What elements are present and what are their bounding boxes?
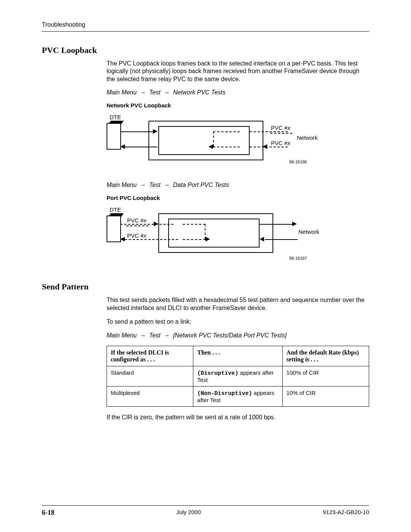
col-head-then: Then . . .: [193, 346, 282, 366]
para-send-pattern-2: To send a pattern test on a link:: [107, 318, 369, 326]
cell-then: (Non-Disruptive) appears after Test: [193, 386, 282, 406]
table-row: Standard (Disruptive) appears after Test…: [107, 366, 369, 386]
nav-seg: Test: [149, 332, 161, 339]
page-footer: 6-18 July 2000 9123-A2-GB20-10: [42, 505, 369, 517]
arrow-icon: →: [139, 182, 148, 188]
dte-box: [107, 216, 121, 242]
label-pvc-bot: PVC #x: [271, 140, 290, 146]
dte-box: [107, 123, 121, 150]
arrow-icon: →: [139, 332, 148, 339]
diagram-network-pvc-loopback: DTE PVC #x Network: [107, 114, 320, 171]
col-head-dlci: If the selected DLCI is configured as . …: [107, 346, 193, 366]
nav-seg: Data Port PVC Tests: [173, 182, 229, 188]
arrow-icon: →: [162, 182, 171, 188]
nav-path-network-pvc: Main Menu → Test → Network PVC Tests: [107, 89, 369, 96]
cell-dlci: Multiplexed: [107, 386, 193, 406]
arrow-left-icon: [263, 144, 267, 149]
arrow-right-icon: [292, 222, 297, 226]
arrow-right-icon: [154, 222, 158, 226]
label-network: Network: [297, 134, 318, 141]
running-head: Troubleshooting: [42, 21, 369, 28]
para-send-pattern-1: This test sends packets filled with a he…: [107, 296, 369, 312]
nav-seg: Test: [149, 89, 161, 96]
label-network: Network: [298, 228, 319, 235]
label-pvc-top: PVC #x: [271, 125, 290, 131]
device-inner-box: [168, 219, 260, 248]
arrow-left-icon: [120, 237, 125, 241]
label-pvc-top: PVC #x: [127, 217, 147, 224]
label-dte: DTE: [110, 206, 121, 213]
arrow-right-icon: [153, 129, 158, 134]
nav-seg: Main Menu: [107, 182, 137, 188]
nav-seg: Main Menu: [107, 332, 137, 339]
cell-rate: 10% of CIR: [282, 386, 369, 406]
nav-path-data-port-pvc: Main Menu → Test → Data Port PVC Tests: [107, 182, 369, 189]
label-dte: DTE: [110, 114, 121, 120]
figure-code: 98-16187: [289, 256, 307, 260]
footer-date: July 2000: [177, 509, 201, 517]
heading-pvc-loopback: PVC Loopback: [42, 45, 369, 55]
nav-seg: [Network PVC Tests/Data Port PVC Tests]: [173, 332, 287, 339]
arrow-left-icon: [209, 144, 213, 149]
page-number: 6-18: [42, 509, 54, 517]
arrow-icon: →: [162, 89, 171, 96]
nav-seg: Main Menu: [107, 89, 137, 96]
cell-dlci: Standard: [107, 366, 193, 386]
table-row: Multiplexed (Non-Disruptive) appears aft…: [107, 386, 369, 406]
header-rule: [42, 31, 369, 32]
nav-path-send-pattern: Main Menu → Test → [Network PVC Tests/Da…: [107, 332, 369, 339]
nav-seg: Network PVC Tests: [173, 89, 226, 96]
footer-doc-id: 9123-A2-GB20-10: [323, 509, 369, 517]
figure-title-port-pvc-loopback: Port PVC Loopback: [107, 195, 369, 201]
col-head-rate: And the default Rate (kbps) setting is .…: [282, 346, 369, 366]
table-header-row: If the selected DLCI is configured as . …: [107, 346, 369, 366]
arrow-icon: →: [162, 332, 171, 339]
footer-rule: [42, 505, 369, 506]
arrow-icon: →: [139, 89, 148, 96]
diagram-port-pvc-loopback: DTE PVC #x PVC #x: [107, 206, 320, 264]
arrow-left-icon: [120, 144, 125, 149]
heading-send-pattern: Send Pattern: [42, 282, 369, 292]
label-pvc-bot: PVC #x: [127, 232, 147, 239]
arrow-right-icon: [206, 237, 210, 241]
para-cir-zero: If the CIR is zero, the pattern will be …: [107, 414, 369, 421]
figure-code: 98-16186: [289, 160, 307, 164]
send-pattern-table: If the selected DLCI is configured as . …: [107, 346, 369, 407]
nav-seg: Test: [149, 182, 161, 188]
para-pvc-loopback: The PVC Loopback loops frames back to th…: [107, 60, 369, 83]
arrow-left-icon: [260, 237, 264, 241]
figure-title-network-pvc-loopback: Network PVC Loopback: [107, 102, 369, 109]
cell-rate: 100% of CIR: [282, 366, 369, 386]
device-inner-box: [158, 126, 250, 155]
cell-then: (Disruptive) appears after Test: [193, 366, 282, 386]
